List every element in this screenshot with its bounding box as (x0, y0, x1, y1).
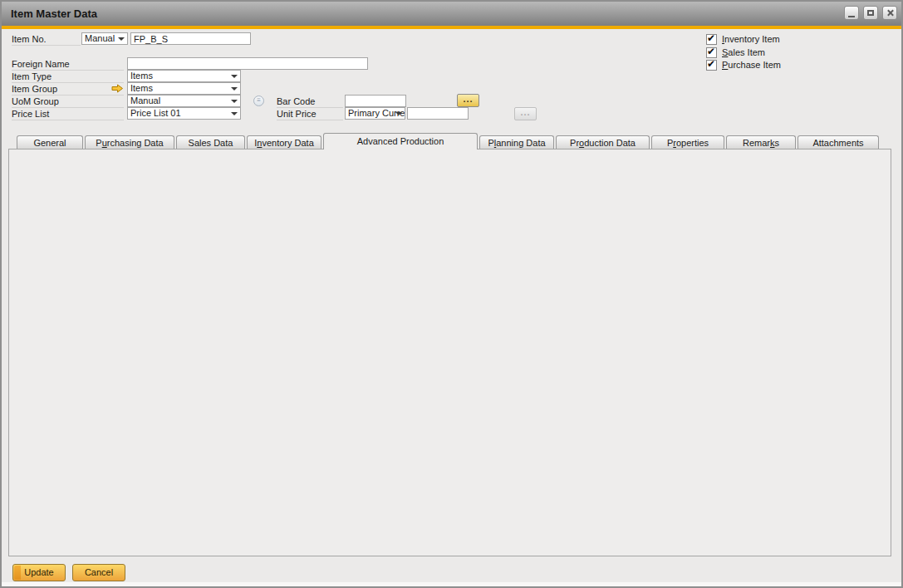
unit-price-label: Unit Price (277, 108, 343, 120)
tab-properties[interactable]: Properties (651, 135, 724, 149)
chevron-down-icon (395, 112, 402, 115)
title-bar: Item Master Data (2, 2, 901, 26)
item-no-label: Item No. (12, 33, 81, 46)
inventory-item-checkbox[interactable] (706, 34, 717, 45)
unit-price-input[interactable] (407, 107, 469, 120)
window-title: Item Master Data (11, 7, 97, 20)
item-group-dropdown[interactable]: Items (127, 82, 241, 95)
accent-stripe (2, 26, 901, 29)
tab-attachments[interactable]: Attachments (797, 135, 879, 149)
chevron-down-icon (231, 87, 238, 91)
purchase-item-checkbox[interactable] (706, 60, 717, 71)
foreign-name-input[interactable] (127, 57, 368, 70)
foreign-name-label: Foreign Name (12, 58, 124, 71)
item-no-input[interactable] (130, 32, 251, 45)
item-master-data-window: Item Master Data Item No. Manual Foreign… (0, 0, 903, 588)
item-type-dropdown[interactable]: Items (127, 70, 241, 82)
tab-remarks[interactable]: Remarks (726, 135, 796, 149)
item-type-label: Item Type (12, 71, 124, 83)
window-controls (844, 6, 897, 20)
maximize-button[interactable] (863, 6, 878, 20)
minimize-button[interactable] (844, 6, 859, 20)
tab-advanced-production[interactable]: Advanced Production (323, 133, 478, 149)
close-icon (886, 9, 894, 17)
uom-group-label: UoM Group (12, 96, 124, 108)
inventory-item-label: Inventory Item (722, 34, 780, 46)
cancel-button-label: Cancel (85, 567, 113, 577)
uom-detail-icon[interactable]: ≡ (253, 96, 264, 106)
tab-sales-data[interactable]: Sales Data (176, 135, 245, 149)
uom-group-dropdown[interactable]: Manual (127, 95, 241, 107)
item-group-label: Item Group (12, 83, 124, 96)
price-list-value: Price List 01 (130, 108, 181, 118)
bar-code-browse-button[interactable]: ... (457, 94, 479, 107)
close-button[interactable] (882, 6, 897, 20)
update-button[interactable]: Update (12, 564, 66, 581)
maximize-icon (867, 10, 874, 16)
chevron-down-icon (231, 100, 238, 103)
bar-code-input[interactable] (345, 95, 406, 107)
minimize-icon (848, 16, 855, 17)
price-list-dropdown[interactable]: Price List 01 (127, 107, 241, 120)
bar-code-label: Bar Code (277, 96, 343, 108)
advanced-production-panel (8, 149, 891, 556)
window-bottom-edge (2, 582, 901, 586)
tab-production-data[interactable]: Production Data (556, 135, 650, 149)
sales-item-checkbox[interactable] (706, 47, 717, 58)
sales-item-label: Sales Item (722, 47, 765, 59)
item-no-mode-dropdown[interactable]: Manual (81, 32, 128, 45)
tab-planning-data[interactable]: Planning Data (479, 135, 554, 149)
focus-strip (14, 566, 21, 580)
tab-general[interactable]: General (17, 135, 83, 149)
chevron-down-icon (231, 75, 238, 78)
update-button-label: Update (24, 567, 53, 577)
purchase-item-label: Purchase Item (722, 60, 781, 71)
item-no-mode-value: Manual (85, 33, 115, 43)
tab-inventory-data[interactable]: Inventory Data (247, 135, 321, 149)
item-group-value: Items (130, 83, 153, 93)
unit-price-browse-button: ... (514, 107, 537, 120)
chevron-down-icon (231, 112, 238, 115)
price-list-label: Price List (12, 108, 124, 120)
cancel-button[interactable]: Cancel (72, 564, 125, 581)
link-arrow-icon[interactable] (111, 84, 124, 93)
chevron-down-icon (118, 37, 125, 41)
unit-price-currency-dropdown[interactable]: Primary Currency (345, 107, 405, 120)
item-type-value: Items (130, 71, 153, 81)
uom-group-value: Manual (130, 96, 160, 105)
tab-purchasing-data[interactable]: Purchasing Data (85, 135, 174, 149)
